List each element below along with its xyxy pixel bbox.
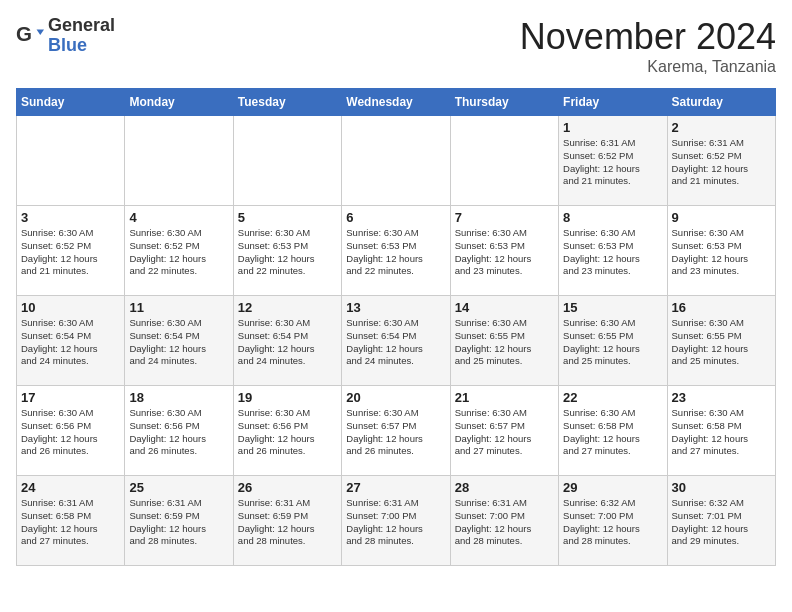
calendar-body: 1Sunrise: 6:31 AM Sunset: 6:52 PM Daylig…: [17, 116, 776, 566]
logo-general-text: General: [48, 16, 115, 36]
day-number: 8: [563, 210, 662, 225]
calendar-cell: 25Sunrise: 6:31 AM Sunset: 6:59 PM Dayli…: [125, 476, 233, 566]
calendar-cell: [233, 116, 341, 206]
calendar-cell: 24Sunrise: 6:31 AM Sunset: 6:58 PM Dayli…: [17, 476, 125, 566]
calendar-cell: 10Sunrise: 6:30 AM Sunset: 6:54 PM Dayli…: [17, 296, 125, 386]
calendar-cell: [342, 116, 450, 206]
calendar-cell: [450, 116, 558, 206]
calendar-cell: 12Sunrise: 6:30 AM Sunset: 6:54 PM Dayli…: [233, 296, 341, 386]
day-info: Sunrise: 6:32 AM Sunset: 7:00 PM Dayligh…: [563, 497, 662, 548]
day-number: 9: [672, 210, 771, 225]
logo-blue-text: Blue: [48, 36, 115, 56]
calendar-cell: 14Sunrise: 6:30 AM Sunset: 6:55 PM Dayli…: [450, 296, 558, 386]
day-number: 16: [672, 300, 771, 315]
calendar-cell: 3Sunrise: 6:30 AM Sunset: 6:52 PM Daylig…: [17, 206, 125, 296]
calendar-cell: 28Sunrise: 6:31 AM Sunset: 7:00 PM Dayli…: [450, 476, 558, 566]
calendar-cell: 9Sunrise: 6:30 AM Sunset: 6:53 PM Daylig…: [667, 206, 775, 296]
day-info: Sunrise: 6:31 AM Sunset: 6:52 PM Dayligh…: [672, 137, 771, 188]
day-info: Sunrise: 6:30 AM Sunset: 6:58 PM Dayligh…: [563, 407, 662, 458]
day-number: 18: [129, 390, 228, 405]
day-info: Sunrise: 6:31 AM Sunset: 7:00 PM Dayligh…: [346, 497, 445, 548]
day-info: Sunrise: 6:30 AM Sunset: 6:53 PM Dayligh…: [672, 227, 771, 278]
calendar-cell: 6Sunrise: 6:30 AM Sunset: 6:53 PM Daylig…: [342, 206, 450, 296]
calendar-cell: [125, 116, 233, 206]
day-number: 26: [238, 480, 337, 495]
day-number: 13: [346, 300, 445, 315]
day-number: 15: [563, 300, 662, 315]
day-info: Sunrise: 6:30 AM Sunset: 6:52 PM Dayligh…: [21, 227, 120, 278]
day-number: 1: [563, 120, 662, 135]
calendar-cell: 18Sunrise: 6:30 AM Sunset: 6:56 PM Dayli…: [125, 386, 233, 476]
day-info: Sunrise: 6:30 AM Sunset: 6:55 PM Dayligh…: [455, 317, 554, 368]
day-number: 5: [238, 210, 337, 225]
day-number: 6: [346, 210, 445, 225]
title-area: November 2024 Karema, Tanzania: [520, 16, 776, 76]
day-info: Sunrise: 6:30 AM Sunset: 6:58 PM Dayligh…: [672, 407, 771, 458]
day-number: 7: [455, 210, 554, 225]
calendar-cell: 29Sunrise: 6:32 AM Sunset: 7:00 PM Dayli…: [559, 476, 667, 566]
header-day-tuesday: Tuesday: [233, 89, 341, 116]
day-info: Sunrise: 6:30 AM Sunset: 6:57 PM Dayligh…: [455, 407, 554, 458]
day-info: Sunrise: 6:32 AM Sunset: 7:01 PM Dayligh…: [672, 497, 771, 548]
day-number: 24: [21, 480, 120, 495]
logo: G General Blue: [16, 16, 115, 56]
day-info: Sunrise: 6:30 AM Sunset: 6:53 PM Dayligh…: [455, 227, 554, 278]
day-info: Sunrise: 6:30 AM Sunset: 6:52 PM Dayligh…: [129, 227, 228, 278]
day-info: Sunrise: 6:30 AM Sunset: 6:54 PM Dayligh…: [129, 317, 228, 368]
calendar-header: SundayMondayTuesdayWednesdayThursdayFrid…: [17, 89, 776, 116]
location: Karema, Tanzania: [520, 58, 776, 76]
day-info: Sunrise: 6:30 AM Sunset: 6:56 PM Dayligh…: [238, 407, 337, 458]
calendar-cell: 8Sunrise: 6:30 AM Sunset: 6:53 PM Daylig…: [559, 206, 667, 296]
day-number: 29: [563, 480, 662, 495]
calendar-cell: 22Sunrise: 6:30 AM Sunset: 6:58 PM Dayli…: [559, 386, 667, 476]
day-number: 21: [455, 390, 554, 405]
day-info: Sunrise: 6:31 AM Sunset: 6:58 PM Dayligh…: [21, 497, 120, 548]
day-info: Sunrise: 6:31 AM Sunset: 6:52 PM Dayligh…: [563, 137, 662, 188]
day-info: Sunrise: 6:30 AM Sunset: 6:54 PM Dayligh…: [21, 317, 120, 368]
day-number: 3: [21, 210, 120, 225]
day-number: 28: [455, 480, 554, 495]
day-number: 10: [21, 300, 120, 315]
day-number: 4: [129, 210, 228, 225]
calendar-cell: 16Sunrise: 6:30 AM Sunset: 6:55 PM Dayli…: [667, 296, 775, 386]
logo-icon: G: [16, 22, 44, 50]
week-row-3: 10Sunrise: 6:30 AM Sunset: 6:54 PM Dayli…: [17, 296, 776, 386]
day-number: 12: [238, 300, 337, 315]
calendar-cell: 13Sunrise: 6:30 AM Sunset: 6:54 PM Dayli…: [342, 296, 450, 386]
header-day-thursday: Thursday: [450, 89, 558, 116]
day-number: 17: [21, 390, 120, 405]
svg-marker-1: [37, 29, 44, 35]
day-number: 23: [672, 390, 771, 405]
day-number: 14: [455, 300, 554, 315]
day-info: Sunrise: 6:31 AM Sunset: 6:59 PM Dayligh…: [238, 497, 337, 548]
calendar-cell: 21Sunrise: 6:30 AM Sunset: 6:57 PM Dayli…: [450, 386, 558, 476]
calendar-cell: 17Sunrise: 6:30 AM Sunset: 6:56 PM Dayli…: [17, 386, 125, 476]
calendar-cell: 5Sunrise: 6:30 AM Sunset: 6:53 PM Daylig…: [233, 206, 341, 296]
day-number: 25: [129, 480, 228, 495]
day-info: Sunrise: 6:30 AM Sunset: 6:53 PM Dayligh…: [346, 227, 445, 278]
month-title: November 2024: [520, 16, 776, 58]
calendar-cell: 11Sunrise: 6:30 AM Sunset: 6:54 PM Dayli…: [125, 296, 233, 386]
calendar-table: SundayMondayTuesdayWednesdayThursdayFrid…: [16, 88, 776, 566]
calendar-cell: 20Sunrise: 6:30 AM Sunset: 6:57 PM Dayli…: [342, 386, 450, 476]
calendar-cell: 30Sunrise: 6:32 AM Sunset: 7:01 PM Dayli…: [667, 476, 775, 566]
calendar-cell: [17, 116, 125, 206]
day-info: Sunrise: 6:30 AM Sunset: 6:56 PM Dayligh…: [21, 407, 120, 458]
calendar-cell: 26Sunrise: 6:31 AM Sunset: 6:59 PM Dayli…: [233, 476, 341, 566]
calendar-cell: 27Sunrise: 6:31 AM Sunset: 7:00 PM Dayli…: [342, 476, 450, 566]
day-number: 11: [129, 300, 228, 315]
week-row-2: 3Sunrise: 6:30 AM Sunset: 6:52 PM Daylig…: [17, 206, 776, 296]
calendar-cell: 19Sunrise: 6:30 AM Sunset: 6:56 PM Dayli…: [233, 386, 341, 476]
day-info: Sunrise: 6:30 AM Sunset: 6:55 PM Dayligh…: [672, 317, 771, 368]
week-row-4: 17Sunrise: 6:30 AM Sunset: 6:56 PM Dayli…: [17, 386, 776, 476]
calendar-cell: 15Sunrise: 6:30 AM Sunset: 6:55 PM Dayli…: [559, 296, 667, 386]
day-info: Sunrise: 6:30 AM Sunset: 6:57 PM Dayligh…: [346, 407, 445, 458]
day-info: Sunrise: 6:30 AM Sunset: 6:54 PM Dayligh…: [238, 317, 337, 368]
day-info: Sunrise: 6:30 AM Sunset: 6:53 PM Dayligh…: [238, 227, 337, 278]
day-info: Sunrise: 6:30 AM Sunset: 6:56 PM Dayligh…: [129, 407, 228, 458]
week-row-5: 24Sunrise: 6:31 AM Sunset: 6:58 PM Dayli…: [17, 476, 776, 566]
header-day-sunday: Sunday: [17, 89, 125, 116]
day-number: 27: [346, 480, 445, 495]
day-info: Sunrise: 6:30 AM Sunset: 6:53 PM Dayligh…: [563, 227, 662, 278]
header-day-friday: Friday: [559, 89, 667, 116]
